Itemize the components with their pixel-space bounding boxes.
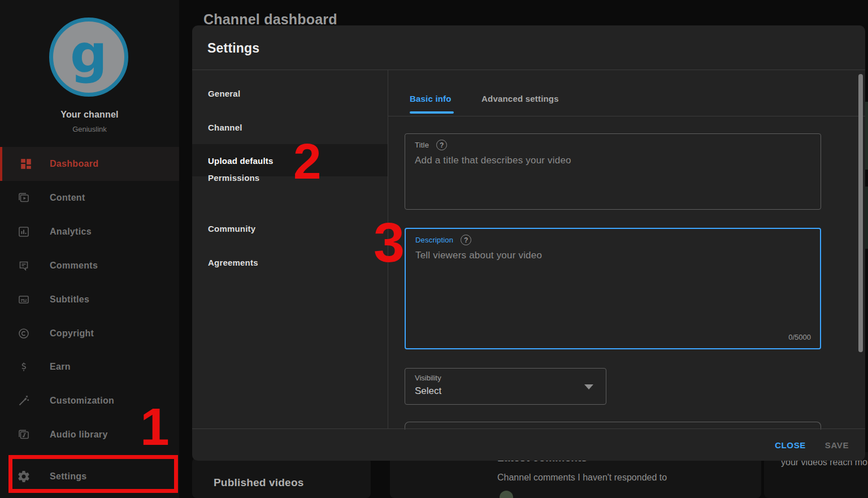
tab-advanced-settings[interactable]: Advanced settings: [481, 94, 559, 103]
sidebar-item-dashboard[interactable]: Dashboard: [0, 147, 179, 181]
title-label: Title: [415, 141, 429, 149]
header-divider: [192, 70, 865, 70]
visibility-value: Select: [415, 386, 441, 397]
sidebar-item-label: Audio library: [50, 430, 108, 440]
background-thumbnail-fragment: [865, 102, 868, 170]
audio-library-icon: [17, 428, 31, 441]
help-icon[interactable]: ?: [436, 140, 447, 150]
comments-icon: [17, 259, 31, 272]
annotation-step-2: 2: [293, 136, 322, 187]
youtube-studio-screen: Channel dashboard Published videos Lates…: [0, 0, 868, 498]
sidebar-item-earn[interactable]: Earn: [0, 350, 179, 384]
dialog-title: Settings: [207, 41, 259, 56]
sidebar-item-label: Copyright: [50, 328, 94, 339]
sidebar-item-content[interactable]: Content: [0, 181, 179, 215]
copyright-icon: [17, 327, 31, 340]
description-field[interactable]: Description ? Tell viewers about your vi…: [405, 228, 821, 349]
latest-comments-subtitle: Channel comments I haven't responded to: [497, 473, 667, 483]
sidebar-item-copyright[interactable]: Copyright: [0, 317, 179, 350]
active-tab-underline: [410, 111, 454, 114]
description-label: Description: [415, 236, 453, 244]
character-counter: 0/5000: [788, 333, 811, 341]
background-thumbnail-fragment: [865, 187, 868, 249]
chevron-down-icon: [584, 384, 593, 389]
visibility-label: Visibility: [415, 374, 441, 382]
tab-basic-info[interactable]: Basic info: [410, 94, 452, 103]
latest-comments-card: Latest comments Channel comments I haven…: [390, 455, 761, 498]
title-placeholder: Add a title that describes your video: [415, 155, 571, 166]
dialog-footer: CLOSE SAVE: [192, 428, 865, 461]
tab-divider: [388, 116, 865, 116]
settings-dialog: Settings General Channel Upload defaults…: [192, 25, 865, 461]
title-field[interactable]: Title ? Add a title that describes your …: [405, 133, 821, 210]
customization-icon: [17, 394, 31, 408]
avatar-letter: g: [70, 29, 107, 81]
sidebar-item-label: Customization: [50, 396, 114, 406]
description-placeholder: Tell viewers about your video: [415, 250, 542, 261]
analytics-icon: [17, 225, 31, 239]
sidebar-item-subtitles[interactable]: Subtitles: [0, 283, 179, 317]
annotation-step-3: 3: [374, 214, 405, 270]
annotation-rectangle-settings: [8, 455, 178, 493]
dialog-nav-channel[interactable]: Channel: [192, 111, 388, 144]
sidebar-item-label: Dashboard: [50, 159, 98, 169]
sidebar-item-label: Earn: [50, 362, 71, 372]
published-videos-title: Published videos: [214, 477, 303, 489]
dialog-scrollbar[interactable]: [858, 74, 863, 352]
sidebar-item-analytics[interactable]: Analytics: [0, 215, 179, 249]
close-button[interactable]: CLOSE: [775, 440, 806, 450]
subtitles-icon: [17, 293, 31, 306]
sidebar-item-label: Analytics: [50, 227, 92, 237]
channel-name: Geniuslink: [0, 125, 179, 133]
dialog-nav-agreements[interactable]: Agreements: [192, 246, 388, 279]
dashboard-icon: [19, 157, 33, 171]
sidebar-item-label: Comments: [50, 261, 98, 271]
content-icon: [17, 191, 31, 205]
dialog-nav-community[interactable]: Community: [192, 212, 388, 245]
your-channel-label: Your channel: [0, 110, 179, 120]
earn-icon: [17, 360, 31, 374]
sidebar-item-comments[interactable]: Comments: [0, 249, 179, 283]
annotation-step-1: 1: [140, 401, 170, 453]
visibility-dropdown[interactable]: Visibility Select: [405, 368, 606, 405]
help-icon[interactable]: ?: [461, 235, 471, 245]
save-button[interactable]: SAVE: [825, 440, 849, 450]
dialog-nav-general[interactable]: General: [192, 77, 388, 110]
commenter-avatar: [500, 491, 513, 498]
channel-avatar[interactable]: g: [49, 18, 128, 97]
sidebar-item-label: Content: [50, 193, 85, 203]
sidebar-item-label: Subtitles: [50, 295, 89, 305]
dialog-nav-permissions[interactable]: Permissions: [192, 161, 388, 194]
published-videos-card: Published videos: [192, 458, 371, 498]
